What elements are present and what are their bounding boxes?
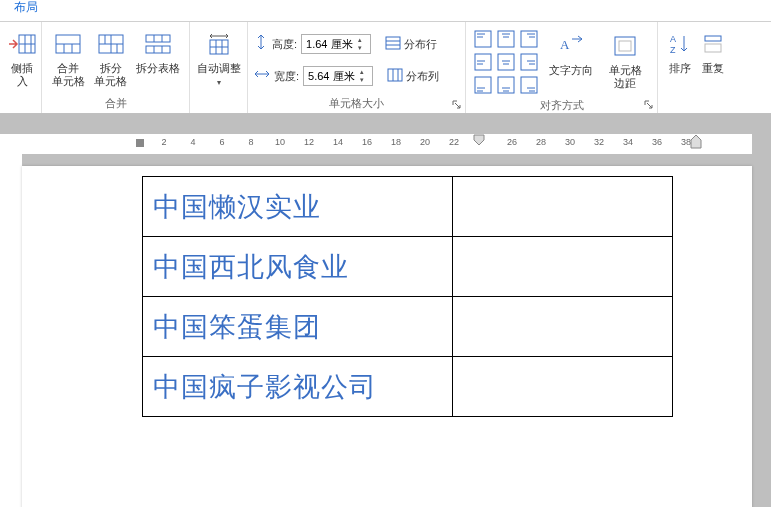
split-cells-label: 拆分 单元格: [94, 62, 127, 88]
sort-button[interactable]: AZ 排序: [664, 26, 696, 92]
document-area: 24681012141618202226283032343638 中国懒汉实业中…: [0, 114, 771, 507]
alignment-launcher[interactable]: [643, 99, 655, 111]
repeat-label: 重复: [702, 62, 724, 75]
height-label: 高度:: [272, 37, 297, 52]
table-cell-empty[interactable]: [453, 357, 673, 417]
table-row[interactable]: 中国疯子影视公司: [143, 357, 673, 417]
horizontal-ruler[interactable]: 24681012141618202226283032343638: [22, 134, 752, 154]
sort-icon: AZ: [664, 28, 696, 60]
height-up-icon[interactable]: ▴: [354, 36, 366, 44]
document-table[interactable]: 中国懒汉实业中国西北风食业中国笨蛋集团中国疯子影视公司: [142, 176, 673, 417]
width-input[interactable]: 5.64 厘米 ▴▾: [303, 66, 373, 86]
cell-margins-label: 单元格 边距: [609, 64, 642, 90]
group-insert-partial: 侧插入: [0, 22, 42, 113]
height-down-icon[interactable]: ▾: [354, 44, 366, 52]
split-table-icon: [142, 28, 174, 60]
tab-layout[interactable]: 布局: [4, 0, 48, 21]
dropdown-arrow-icon: ▾: [217, 78, 221, 87]
repeat-icon: [697, 28, 729, 60]
tab-bar: 布局: [0, 0, 771, 22]
group-alignment: A 文字方向 单元格 边距 对齐方式: [466, 22, 658, 113]
table-row[interactable]: 中国笨蛋集团: [143, 297, 673, 357]
merge-cells-icon: [52, 28, 84, 60]
svg-rect-41: [498, 54, 514, 70]
svg-rect-13: [146, 35, 170, 42]
svg-rect-61: [705, 36, 721, 41]
distribute-cols-icon: [387, 68, 403, 84]
group-merge-label: 合并: [48, 94, 183, 111]
svg-rect-26: [388, 69, 402, 81]
align-top-right[interactable]: [518, 28, 540, 50]
distribute-rows-button[interactable]: 分布行: [381, 32, 441, 56]
cell-margins-button[interactable]: 单元格 边距: [602, 28, 648, 94]
align-bot-right[interactable]: [518, 74, 540, 96]
svg-rect-57: [615, 37, 635, 55]
split-table-button[interactable]: 拆分表格: [133, 26, 183, 92]
svg-rect-58: [619, 41, 631, 51]
svg-rect-38: [475, 54, 491, 70]
align-bot-left[interactable]: [472, 74, 494, 96]
svg-rect-62: [705, 44, 721, 52]
merge-cells-label: 合并 单元格: [52, 62, 85, 88]
split-table-label: 拆分表格: [136, 62, 180, 75]
insert-left-label: 侧插入: [6, 62, 38, 88]
distribute-rows-icon: [385, 36, 401, 52]
text-direction-button[interactable]: A 文字方向: [546, 28, 596, 94]
svg-rect-44: [521, 54, 537, 70]
svg-rect-35: [521, 31, 537, 47]
svg-text:Z: Z: [670, 45, 676, 55]
svg-rect-29: [475, 31, 491, 47]
svg-rect-32: [498, 31, 514, 47]
split-cells-button[interactable]: 拆分 单元格: [90, 26, 130, 92]
width-icon: [254, 67, 270, 85]
text-direction-icon: A: [555, 30, 587, 62]
insert-left-button[interactable]: 侧插入: [6, 26, 38, 92]
group-cell-size-label: 单元格大小: [254, 94, 459, 111]
repeat-button[interactable]: 重复: [698, 26, 728, 92]
insert-left-icon: [6, 28, 38, 60]
group-autofit: 自动调整▾: [190, 22, 248, 113]
align-mid-right[interactable]: [518, 51, 540, 73]
align-top-left[interactable]: [472, 28, 494, 50]
cell-size-launcher[interactable]: [451, 99, 463, 111]
group-data-partial: AZ 排序 重复: [658, 22, 728, 113]
table-cell-name[interactable]: 中国西北风食业: [143, 237, 453, 297]
svg-text:A: A: [670, 34, 676, 44]
distribute-cols-button[interactable]: 分布列: [383, 64, 443, 88]
height-icon: [254, 34, 268, 54]
group-insert-label: [6, 109, 35, 111]
svg-text:A: A: [560, 37, 570, 52]
align-mid-center[interactable]: [495, 51, 517, 73]
group-alignment-label: 对齐方式: [472, 96, 651, 113]
table-cell-name[interactable]: 中国疯子影视公司: [143, 357, 453, 417]
height-input[interactable]: 1.64 厘米 ▴▾: [301, 34, 371, 54]
cell-margins-icon: [609, 30, 641, 62]
svg-rect-14: [146, 46, 170, 53]
width-label: 宽度:: [274, 69, 299, 84]
svg-rect-63: [136, 139, 144, 147]
merge-cells-button[interactable]: 合并 单元格: [48, 26, 88, 92]
sort-label: 排序: [669, 62, 691, 75]
align-top-center[interactable]: [495, 28, 517, 50]
table-cell-empty[interactable]: [453, 297, 673, 357]
table-row[interactable]: 中国懒汉实业: [143, 177, 673, 237]
autofit-icon: [203, 28, 235, 60]
autofit-button[interactable]: 自动调整▾: [196, 26, 241, 92]
table-cell-name[interactable]: 中国懒汉实业: [143, 177, 453, 237]
width-down-icon[interactable]: ▾: [356, 76, 368, 84]
alignment-grid: [472, 28, 540, 96]
table-row[interactable]: 中国西北风食业: [143, 237, 673, 297]
group-cell-size: 高度: 1.64 厘米 ▴▾ 分布行 宽度: 5.64 厘米: [248, 22, 466, 113]
table-cell-empty[interactable]: [453, 177, 673, 237]
align-mid-left[interactable]: [472, 51, 494, 73]
split-cells-icon: [95, 28, 127, 60]
ribbon: 侧插入 合并 单元格 拆分 单元格 拆分表格: [0, 22, 771, 114]
table-cell-name[interactable]: 中国笨蛋集团: [143, 297, 453, 357]
table-cell-empty[interactable]: [453, 237, 673, 297]
align-bot-center[interactable]: [495, 74, 517, 96]
autofit-label: 自动调整▾: [197, 62, 241, 88]
text-direction-label: 文字方向: [549, 64, 593, 77]
width-up-icon[interactable]: ▴: [356, 68, 368, 76]
svg-rect-23: [386, 37, 400, 49]
page[interactable]: 中国懒汉实业中国西北风食业中国笨蛋集团中国疯子影视公司: [22, 166, 752, 507]
